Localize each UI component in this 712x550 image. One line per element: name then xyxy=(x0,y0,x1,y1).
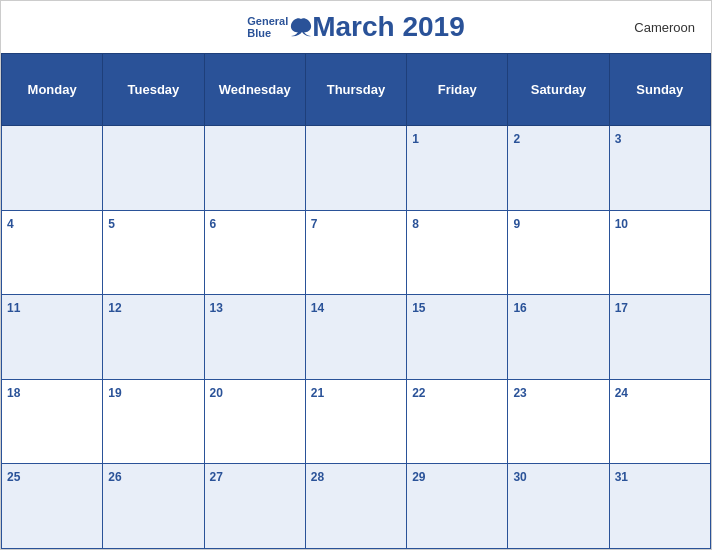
calendar-day-cell: 4 xyxy=(2,210,103,295)
header-thursday: Thursday xyxy=(305,54,406,126)
calendar-day-cell: 9 xyxy=(508,210,609,295)
header-monday: Monday xyxy=(2,54,103,126)
calendar-day-cell: 17 xyxy=(609,295,710,380)
logo-line1: General xyxy=(247,15,288,27)
weekday-header-row: Monday Tuesday Wednesday Thursday Friday… xyxy=(2,54,711,126)
calendar-table: Monday Tuesday Wednesday Thursday Friday… xyxy=(1,53,711,549)
day-number: 21 xyxy=(311,386,324,400)
day-number: 9 xyxy=(513,217,520,231)
calendar-day-cell: 10 xyxy=(609,210,710,295)
day-number: 22 xyxy=(412,386,425,400)
calendar-day-cell: 24 xyxy=(609,379,710,464)
day-number: 28 xyxy=(311,470,324,484)
calendar-day-cell: 6 xyxy=(204,210,305,295)
calendar-container: General Blue March 2019 Cameroon Monday … xyxy=(0,0,712,550)
calendar-day-cell: 12 xyxy=(103,295,204,380)
day-number: 24 xyxy=(615,386,628,400)
day-number: 8 xyxy=(412,217,419,231)
header-saturday: Saturday xyxy=(508,54,609,126)
day-number: 3 xyxy=(615,132,622,146)
day-number: 14 xyxy=(311,301,324,315)
calendar-day-cell: 3 xyxy=(609,126,710,211)
day-number: 10 xyxy=(615,217,628,231)
day-number: 5 xyxy=(108,217,115,231)
calendar-day-cell: 20 xyxy=(204,379,305,464)
calendar-title: March 2019 xyxy=(312,11,465,43)
calendar-day-cell: 28 xyxy=(305,464,406,549)
header-sunday: Sunday xyxy=(609,54,710,126)
day-number: 17 xyxy=(615,301,628,315)
calendar-day-cell: 29 xyxy=(407,464,508,549)
calendar-week-row: 11121314151617 xyxy=(2,295,711,380)
logo: General Blue xyxy=(247,15,312,39)
logo-bird-icon xyxy=(290,17,312,37)
calendar-day-cell xyxy=(2,126,103,211)
calendar-day-cell: 16 xyxy=(508,295,609,380)
calendar-day-cell: 5 xyxy=(103,210,204,295)
header-friday: Friday xyxy=(407,54,508,126)
day-number: 19 xyxy=(108,386,121,400)
calendar-day-cell: 23 xyxy=(508,379,609,464)
calendar-week-row: 25262728293031 xyxy=(2,464,711,549)
day-number: 1 xyxy=(412,132,419,146)
day-number: 30 xyxy=(513,470,526,484)
calendar-week-row: 18192021222324 xyxy=(2,379,711,464)
day-number: 11 xyxy=(7,301,20,315)
day-number: 7 xyxy=(311,217,318,231)
day-number: 12 xyxy=(108,301,121,315)
calendar-day-cell: 13 xyxy=(204,295,305,380)
calendar-day-cell: 11 xyxy=(2,295,103,380)
calendar-day-cell: 7 xyxy=(305,210,406,295)
header-wednesday: Wednesday xyxy=(204,54,305,126)
logo-line2: Blue xyxy=(247,27,288,39)
day-number: 26 xyxy=(108,470,121,484)
calendar-day-cell: 14 xyxy=(305,295,406,380)
calendar-day-cell: 27 xyxy=(204,464,305,549)
day-number: 15 xyxy=(412,301,425,315)
day-number: 31 xyxy=(615,470,628,484)
day-number: 27 xyxy=(210,470,223,484)
calendar-week-row: 45678910 xyxy=(2,210,711,295)
day-number: 2 xyxy=(513,132,520,146)
calendar-day-cell: 30 xyxy=(508,464,609,549)
day-number: 18 xyxy=(7,386,20,400)
calendar-week-row: 123 xyxy=(2,126,711,211)
day-number: 29 xyxy=(412,470,425,484)
day-number: 4 xyxy=(7,217,14,231)
day-number: 23 xyxy=(513,386,526,400)
calendar-day-cell: 19 xyxy=(103,379,204,464)
calendar-day-cell: 25 xyxy=(2,464,103,549)
day-number: 13 xyxy=(210,301,223,315)
calendar-day-cell xyxy=(103,126,204,211)
day-number: 16 xyxy=(513,301,526,315)
calendar-day-cell xyxy=(305,126,406,211)
header-tuesday: Tuesday xyxy=(103,54,204,126)
calendar-day-cell: 18 xyxy=(2,379,103,464)
day-number: 6 xyxy=(210,217,217,231)
calendar-day-cell: 2 xyxy=(508,126,609,211)
calendar-header: General Blue March 2019 Cameroon xyxy=(1,1,711,53)
day-number: 25 xyxy=(7,470,20,484)
calendar-day-cell: 21 xyxy=(305,379,406,464)
calendar-day-cell: 26 xyxy=(103,464,204,549)
day-number: 20 xyxy=(210,386,223,400)
country-label: Cameroon xyxy=(634,20,695,35)
calendar-day-cell xyxy=(204,126,305,211)
calendar-day-cell: 22 xyxy=(407,379,508,464)
calendar-day-cell: 8 xyxy=(407,210,508,295)
calendar-day-cell: 15 xyxy=(407,295,508,380)
calendar-day-cell: 31 xyxy=(609,464,710,549)
calendar-day-cell: 1 xyxy=(407,126,508,211)
